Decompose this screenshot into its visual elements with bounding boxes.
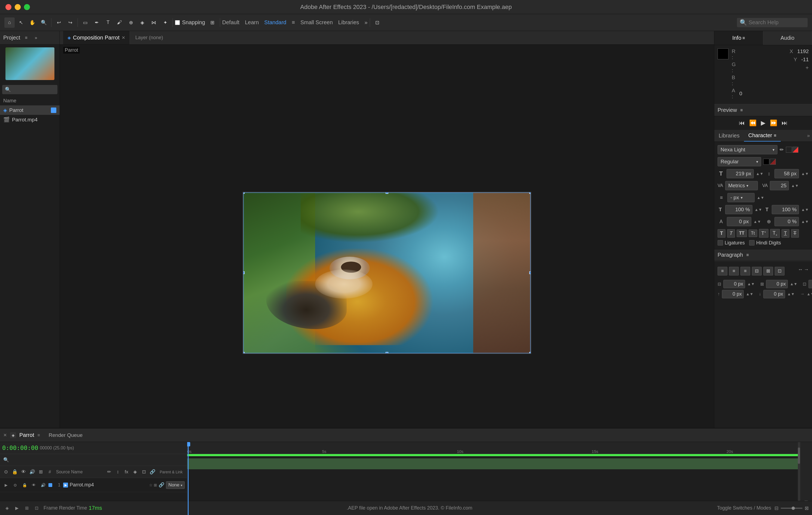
ltr-icon[interactable]: → [804,267,809,276]
layer-sw-1[interactable]: ☆ [149,483,153,487]
project-search-input[interactable] [12,87,55,92]
pen-tool[interactable]: ✒ [91,18,102,28]
layer-visibility-toggle[interactable]: ⊙ [11,481,19,489]
status-preview-icon[interactable]: ⊞ [23,505,30,512]
space-before-stepper[interactable]: ▲▼ [746,292,754,296]
indent-left-stepper[interactable]: ▲▼ [747,282,755,286]
font-family-dropdown[interactable]: Nexa Light ▾ [718,145,778,154]
align-center[interactable]: ≡ [729,267,739,276]
info-menu-icon[interactable]: ≡ [742,36,745,40]
preview-play[interactable]: ▶ [761,119,765,126]
tl-solo-icon[interactable]: ⊙ [2,468,10,476]
minimize-button[interactable] [15,4,21,10]
handle-bottom-right[interactable] [529,352,531,354]
comp-tab-close[interactable]: ✕ [122,35,125,40]
add-info-button[interactable]: + [806,65,809,71]
align-right[interactable]: ≡ [741,267,750,276]
home-tool[interactable]: ⌂ [4,18,15,28]
align-left[interactable]: ≡ [718,267,727,276]
workspace-small-screen[interactable]: Small Screen [300,19,333,26]
tl-labels-icon[interactable]: ⊡ [140,468,148,476]
tl-lock-icon[interactable]: 🔒 [11,468,19,476]
workspace-default[interactable]: Default [222,19,239,26]
workspace-more[interactable]: » [365,19,368,26]
puppet-tool[interactable]: ⋈ [149,18,159,28]
preview-step-back[interactable]: ⏪ [749,119,756,126]
handle-left[interactable] [243,271,244,274]
h-scale-input[interactable] [725,205,752,214]
hand-tool[interactable]: ✋ [27,18,37,28]
zoom-slider-track[interactable] [781,508,803,509]
preview-step-forward[interactable]: ⏩ [770,119,777,126]
tl-motion-icon[interactable]: ◈ [132,468,139,476]
timeline-tab-parrot[interactable]: Parrot ≡ [19,432,40,438]
tl-search-icon[interactable]: 🔍 [2,456,10,464]
tl-3d-icon[interactable]: ⊞ [37,468,45,476]
line-height-stepper[interactable]: ▲▼ [801,171,809,176]
preview-skip-forward[interactable]: ⏭ [782,119,787,126]
font-size-stepper[interactable]: ▲▼ [756,171,763,176]
tl-playhead[interactable] [188,442,188,515]
close-button[interactable] [5,4,11,10]
workspace-learn[interactable]: Learn [245,19,259,26]
space-after-input[interactable] [763,290,785,298]
style-all-caps[interactable]: TT [736,229,747,237]
v-scale-input[interactable] [772,205,799,214]
tl-tab-menu[interactable]: ≡ [37,433,40,438]
rectangle-tool[interactable]: ▭ [80,18,90,28]
tab-libraries[interactable]: Libraries [714,130,744,142]
indent-right-input[interactable] [766,280,788,288]
workspace-standard[interactable]: Standard [264,19,286,26]
tl-playhead-handle[interactable] [187,442,190,447]
style-superscript[interactable]: T+ [759,229,768,238]
space-after-stepper2[interactable]: ▲▼ [807,292,812,296]
zoom-slider-thumb[interactable] [791,507,795,510]
line-height-input[interactable] [775,169,799,178]
rtl-icon[interactable]: ↔ [798,267,803,276]
baseline-input[interactable] [727,217,751,226]
kerning-dropdown[interactable]: - px ▾ [727,193,755,202]
workspace-libraries[interactable]: Libraries [338,19,359,26]
style-subscript[interactable]: T+ [770,229,780,238]
tab-audio[interactable]: Audio [763,31,812,45]
preview-skip-back[interactable]: ⏮ [739,119,745,126]
timeline-layer-row[interactable]: ▶ ⊙ 🔒 👁 🔊 1 ▶ Parrot.mp4 ☆ ⊞ 🔗 None ▾ [0,478,187,492]
style-underline[interactable]: T [782,229,789,238]
tsukimi-input[interactable] [775,217,799,226]
handle-top-right[interactable] [529,192,531,194]
traffic-lights[interactable] [5,4,30,10]
align-justify[interactable]: ⊟ [752,267,762,276]
tl-eye-icon[interactable]: 👁 [20,468,27,476]
font-size-input[interactable] [727,169,754,178]
tl-switch-icon[interactable]: ↕ [114,468,122,476]
search-input[interactable] [749,19,803,26]
tl-layer-track[interactable] [187,458,800,469]
project-panel-expand[interactable]: » [32,34,40,41]
snapping-checkbox[interactable] [175,20,180,25]
style-faux-italic[interactable]: T [727,229,735,238]
clone-tool[interactable]: ⊕ [126,18,136,28]
tab-info[interactable]: Info ≡ [714,31,763,45]
eraser-tool[interactable]: ◈ [137,18,147,28]
character-menu-icon[interactable]: ≡ [774,133,776,138]
undo-tool[interactable]: ↩ [54,18,64,28]
handle-bottom[interactable] [385,352,388,354]
brush-tool[interactable]: 🖌 [114,18,125,28]
color-square-dark[interactable] [786,147,792,153]
style-faux-bold[interactable]: T [718,229,725,238]
render-queue-btn[interactable]: Render Queue [49,432,83,438]
tracking-stepper[interactable]: ▲▼ [791,183,799,188]
ligatures-checkbox[interactable]: Ligatures [718,240,745,246]
char-panel-expand[interactable]: » [807,130,812,142]
tracking-type-dropdown[interactable]: Metrics ▾ [725,181,758,190]
hindi-check[interactable] [749,240,755,246]
tsukimi-stepper[interactable]: ▲▼ [801,220,809,224]
layer-eye-toggle[interactable]: 👁 [30,481,37,489]
font-style-dropdown[interactable]: Regular ▾ [718,157,761,166]
maximize-button[interactable] [24,4,30,10]
comp-tab-parrot[interactable]: ◈ Composition Parrot ✕ [63,31,130,45]
handle-bottom-left[interactable] [243,352,244,354]
text-tool[interactable]: T [103,18,113,28]
redo-tool[interactable]: ↪ [65,18,76,28]
handle-top[interactable] [385,192,388,194]
